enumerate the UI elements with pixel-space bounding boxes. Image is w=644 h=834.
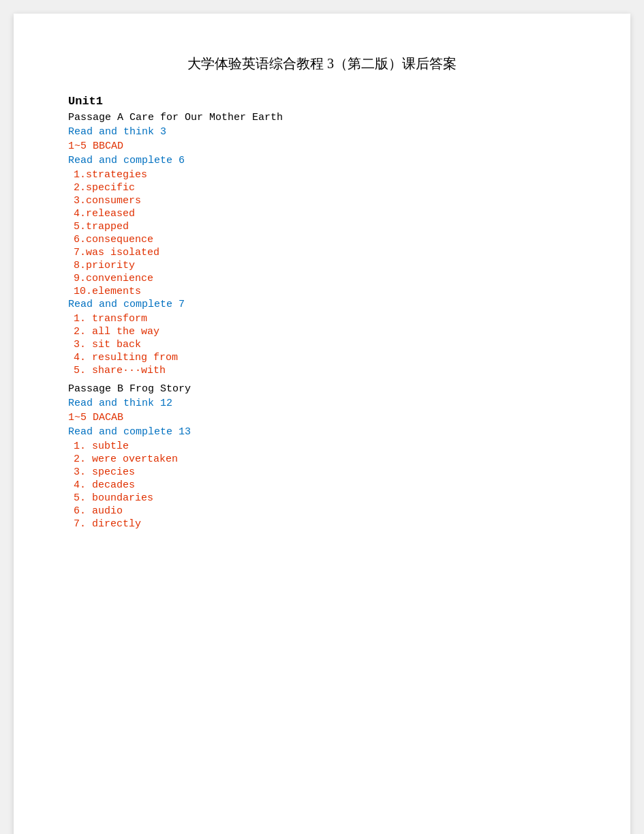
passageA-section2-label: Read and complete 6 [68, 155, 576, 166]
list-item: 5. share···with [68, 365, 576, 376]
passageB-title: Passage B Frog Story [68, 383, 576, 395]
list-item: 4. resulting from [68, 352, 576, 363]
list-item: 7. directly [68, 518, 576, 530]
passageB-section: Passage B Frog Story Read and think 12 1… [68, 383, 576, 530]
passageB-section1-label: Read and think 12 [68, 398, 576, 409]
page-title: 大学体验英语综合教程 3（第二版）课后答案 [68, 55, 576, 73]
list-item: 4. decades [68, 479, 576, 491]
list-item: 10.elements [68, 286, 576, 297]
list-item: 3. species [68, 466, 576, 478]
list-item: 5. boundaries [68, 492, 576, 504]
passageA-section2-items: 1.strategies 2.specific 3.consumers 4.re… [68, 169, 576, 297]
list-item: 2. all the way [68, 326, 576, 338]
passageB-section1-answers: 1~5 DACAB [68, 412, 576, 423]
list-item: 1. subtle [68, 441, 576, 452]
passageB-section2-items: 1. subtle 2. were overtaken 3. species 4… [68, 441, 576, 530]
list-item: 2.specific [68, 182, 576, 194]
list-item: 3. sit back [68, 339, 576, 351]
passageA-section1-label: Read and think 3 [68, 126, 576, 138]
passageB-section2-label: Read and complete 13 [68, 426, 576, 438]
list-item: 3.consumers [68, 195, 576, 207]
passageA-section3-label: Read and complete 7 [68, 299, 576, 310]
list-item: 7.was isolated [68, 247, 576, 258]
unit1-section: Unit1 Passage A Care for Our Mother Eart… [68, 95, 576, 530]
list-item: 4.released [68, 208, 576, 220]
unit1-heading: Unit1 [68, 95, 576, 108]
passageA-section1-answers: 1~5 BBCAD [68, 140, 576, 152]
list-item: 6. audio [68, 505, 576, 517]
list-item: 2. were overtaken [68, 453, 576, 465]
page-container: 大学体验英语综合教程 3（第二版）课后答案 Unit1 Passage A Ca… [14, 14, 630, 834]
list-item: 6.consequence [68, 234, 576, 245]
list-item: 5.trapped [68, 221, 576, 233]
passageA-section3-items: 1. transform 2. all the way 3. sit back … [68, 313, 576, 376]
list-item: 1.strategies [68, 169, 576, 181]
list-item: 8.priority [68, 260, 576, 271]
list-item: 9.convenience [68, 273, 576, 284]
list-item: 1. transform [68, 313, 576, 325]
passageA-title: Passage A Care for Our Mother Earth [68, 112, 576, 123]
passageA-section: Passage A Care for Our Mother Earth Read… [68, 112, 576, 376]
